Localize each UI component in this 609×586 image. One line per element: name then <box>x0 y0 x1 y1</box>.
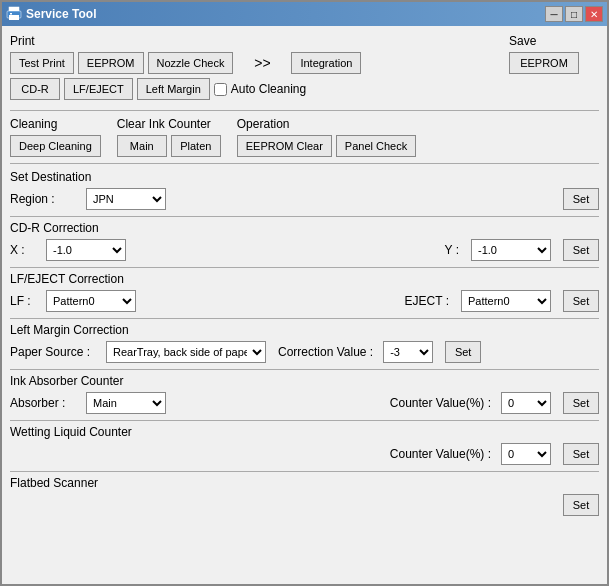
print-section: Print Test Print EEPROM Nozzle Check >> … <box>10 34 501 104</box>
absorber-select[interactable]: Main Platen <box>86 392 166 414</box>
operation-group: Operation EEPROM Clear Panel Check <box>237 117 416 157</box>
window-title: Service Tool <box>26 7 96 21</box>
integration-button[interactable]: Integration <box>291 52 361 74</box>
lf-label: LF : <box>10 294 40 308</box>
wetting-liquid-row: Counter Value(%) : 0 1 2 Set <box>10 443 599 465</box>
cd-r-set-button[interactable]: Set <box>563 239 599 261</box>
content-area: Print Test Print EEPROM Nozzle Check >> … <box>2 26 607 584</box>
cd-r-row: X : -1.0 -0.5 0.0 0.5 1.0 Y : -1.0 -0.5 … <box>10 239 599 261</box>
eject-label: EJECT : <box>405 294 449 308</box>
correction-value-label: Correction Value : <box>278 345 373 359</box>
ink-counter-value-label: Counter Value(%) : <box>390 396 491 410</box>
save-eeprom-button[interactable]: EEPROM <box>509 52 579 74</box>
nozzle-check-button[interactable]: Nozzle Check <box>148 52 234 74</box>
region-row: Region : JPN USA EUR Set <box>10 188 599 210</box>
wetting-liquid-counter-title: Wetting Liquid Counter <box>10 425 599 439</box>
platen-counter-button[interactable]: Platen <box>171 135 221 157</box>
test-print-button[interactable]: Test Print <box>10 52 74 74</box>
wetting-counter-value-label: Counter Value(%) : <box>390 447 491 461</box>
clear-ink-counter-group: Clear Ink Counter Main Platen <box>117 117 221 157</box>
set-destination-section: Set Destination Region : JPN USA EUR Set <box>10 170 599 210</box>
eeprom-clear-button[interactable]: EEPROM Clear <box>237 135 332 157</box>
auto-cleaning-checkbox-label[interactable]: Auto Cleaning <box>214 82 306 96</box>
cleaning-group: Cleaning Deep Cleaning <box>10 117 101 157</box>
lf-select[interactable]: Pattern0 Pattern1 Pattern2 <box>46 290 136 312</box>
wetting-counter-value-select[interactable]: 0 1 2 <box>501 443 551 465</box>
region-select[interactable]: JPN USA EUR <box>86 188 166 210</box>
left-margin-correction-title: Left Margin Correction <box>10 323 599 337</box>
lf-eject-correction-title: LF/EJECT Correction <box>10 272 599 286</box>
y-select[interactable]: -1.0 -0.5 0.0 0.5 1.0 <box>471 239 551 261</box>
middle-groups: Cleaning Deep Cleaning Clear Ink Counter… <box>10 117 599 157</box>
flatbed-scanner-section: Flatbed Scanner Set <box>10 476 599 516</box>
y-label: Y : <box>445 243 459 257</box>
title-bar-buttons: ─ □ ✕ <box>545 6 603 22</box>
panel-check-button[interactable]: Panel Check <box>336 135 416 157</box>
clear-ink-counter-label: Clear Ink Counter <box>117 117 221 131</box>
svg-rect-2 <box>9 15 19 20</box>
paper-source-label: Paper Source : <box>10 345 100 359</box>
auto-cleaning-label: Auto Cleaning <box>231 82 306 96</box>
title-bar: Service Tool ─ □ ✕ <box>2 2 607 26</box>
absorber-label: Absorber : <box>10 396 80 410</box>
maximize-button[interactable]: □ <box>565 6 583 22</box>
ink-absorber-counter-section: Ink Absorber Counter Absorber : Main Pla… <box>10 374 599 414</box>
ink-absorber-row: Absorber : Main Platen Counter Value(%) … <box>10 392 599 414</box>
flatbed-scanner-row: Set <box>10 494 599 516</box>
minimize-button[interactable]: ─ <box>545 6 563 22</box>
print-label: Print <box>10 34 501 48</box>
wetting-liquid-counter-section: Wetting Liquid Counter Counter Value(%) … <box>10 425 599 465</box>
left-margin-row: Paper Source : RearTray, back side of pa… <box>10 341 599 363</box>
arrow-button[interactable]: >> <box>237 52 287 74</box>
ink-counter-value-select[interactable]: 0 1 2 <box>501 392 551 414</box>
cd-r-correction-section: CD-R Correction X : -1.0 -0.5 0.0 0.5 1.… <box>10 221 599 261</box>
save-label: Save <box>509 34 599 48</box>
x-label: X : <box>10 243 40 257</box>
ink-absorber-counter-title: Ink Absorber Counter <box>10 374 599 388</box>
deep-cleaning-button[interactable]: Deep Cleaning <box>10 135 101 157</box>
eject-select[interactable]: Pattern0 Pattern1 Pattern2 <box>461 290 551 312</box>
paper-source-select[interactable]: RearTray, back side of paper FrontTray C… <box>106 341 266 363</box>
lf-eject-button[interactable]: LF/EJECT <box>64 78 133 100</box>
set-destination-button[interactable]: Set <box>563 188 599 210</box>
lf-eject-row: LF : Pattern0 Pattern1 Pattern2 EJECT : … <box>10 290 599 312</box>
wetting-liquid-set-button[interactable]: Set <box>563 443 599 465</box>
cleaning-label: Cleaning <box>10 117 101 131</box>
x-select[interactable]: -1.0 -0.5 0.0 0.5 1.0 <box>46 239 126 261</box>
printer-icon <box>6 6 22 22</box>
left-margin-button[interactable]: Left Margin <box>137 78 210 100</box>
correction-value-select[interactable]: -3 -2 -1 0 1 <box>383 341 433 363</box>
cd-r-correction-title: CD-R Correction <box>10 221 599 235</box>
eeprom-print-button[interactable]: EEPROM <box>78 52 144 74</box>
save-section: Save EEPROM <box>509 34 599 104</box>
region-label: Region : <box>10 192 80 206</box>
lf-eject-correction-section: LF/EJECT Correction LF : Pattern0 Patter… <box>10 272 599 312</box>
flatbed-scanner-title: Flatbed Scanner <box>10 476 599 490</box>
auto-cleaning-checkbox[interactable] <box>214 83 227 96</box>
left-margin-set-button[interactable]: Set <box>445 341 481 363</box>
title-bar-left: Service Tool <box>6 6 96 22</box>
set-destination-title: Set Destination <box>10 170 599 184</box>
flatbed-scanner-set-button[interactable]: Set <box>563 494 599 516</box>
lf-eject-set-button[interactable]: Set <box>563 290 599 312</box>
cd-r-button[interactable]: CD-R <box>10 78 60 100</box>
left-margin-correction-section: Left Margin Correction Paper Source : Re… <box>10 323 599 363</box>
svg-rect-3 <box>10 13 12 15</box>
ink-absorber-set-button[interactable]: Set <box>563 392 599 414</box>
close-button[interactable]: ✕ <box>585 6 603 22</box>
main-window: Service Tool ─ □ ✕ Print Test Print EEPR… <box>0 0 609 586</box>
operation-label: Operation <box>237 117 416 131</box>
main-counter-button[interactable]: Main <box>117 135 167 157</box>
